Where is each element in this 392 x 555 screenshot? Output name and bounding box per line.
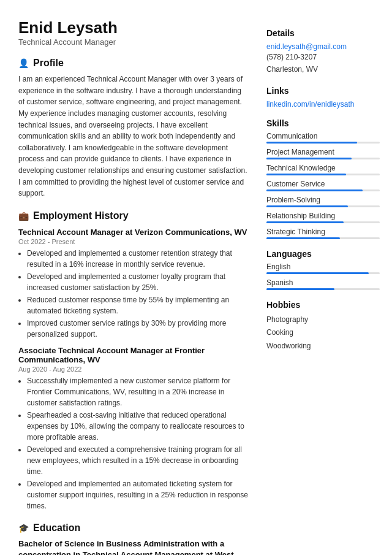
job-bullet: Successfully implemented a new customer … <box>27 375 248 408</box>
skill-bar-bg <box>266 221 380 223</box>
skill-bar-bg <box>266 237 380 239</box>
employment-icon: 💼 <box>18 211 29 221</box>
languages-section: Languages EnglishSpanish <box>266 249 380 290</box>
email-link[interactable]: enid.leysath@gmail.com <box>266 42 347 51</box>
skill-label: Relationship Building <box>266 212 380 220</box>
language-bar-bg <box>266 272 380 274</box>
hobbies-heading: Hobbies <box>266 300 380 310</box>
job-bullet: Reduced customer response time by 55% by… <box>27 294 248 316</box>
links-heading: Links <box>266 86 380 96</box>
job-bullet: Developed and executed a comprehensive t… <box>27 444 248 477</box>
language-item: Spanish <box>266 278 380 290</box>
job-bullet: Developed and implemented an automated t… <box>27 478 248 511</box>
edu-degree: Bachelor of Science in Business Administ… <box>18 538 248 555</box>
skills-heading: Skills <box>266 118 380 128</box>
job-bullet: Developed and implemented a customer loy… <box>27 271 248 293</box>
hobby-item: Woodworking <box>266 340 380 353</box>
skill-item: Strategic Thinking <box>266 228 380 239</box>
education-section: 🎓 Education Bachelor of Science in Busin… <box>18 522 248 555</box>
job-bullet: Developed and implemented a customer ret… <box>27 248 248 270</box>
language-label: English <box>266 262 380 271</box>
hobby-item: Cooking <box>266 326 380 340</box>
employment-heading: 💼 Employment History <box>18 210 248 221</box>
skill-item: Technical Knowledge <box>266 164 380 175</box>
hobbies-list: PhotographyCookingWoodworking <box>266 313 380 353</box>
skill-bar-bg <box>266 158 380 159</box>
skill-label: Problem-Solving <box>266 196 380 204</box>
skill-bar-fill <box>266 237 340 239</box>
skill-bar-bg <box>266 174 380 175</box>
language-bar-fill <box>266 288 334 290</box>
skill-item: Customer Service <box>266 180 380 191</box>
profile-text: I am an experienced Technical Account Ma… <box>18 74 248 199</box>
education-icon: 🎓 <box>18 523 29 533</box>
skill-bar-fill <box>266 205 348 207</box>
job-item: Technical Account Manager at Verizon Com… <box>18 228 248 340</box>
skill-label: Customer Service <box>266 180 380 188</box>
job-bullets: Developed and implemented a customer ret… <box>27 248 248 340</box>
candidate-name: Enid Leysath <box>18 18 248 37</box>
job-dates: Oct 2022 - Present <box>18 238 248 245</box>
job-bullets: Successfully implemented a new customer … <box>27 375 248 511</box>
languages-heading: Languages <box>266 249 380 259</box>
skill-label: Communication <box>266 132 380 140</box>
skill-item: Problem-Solving <box>266 196 380 207</box>
skills-list: CommunicationProject ManagementTechnical… <box>266 132 380 239</box>
hobbies-section: Hobbies PhotographyCookingWoodworking <box>266 300 380 353</box>
job-list: Technical Account Manager at Verizon Com… <box>18 228 248 511</box>
location-text: Charleston, WV <box>266 63 380 75</box>
profile-section: 👤 Profile I am an experienced Technical … <box>18 58 248 199</box>
skill-label: Strategic Thinking <box>266 228 380 236</box>
profile-heading: 👤 Profile <box>18 58 248 69</box>
skill-bar-bg <box>266 205 380 207</box>
language-item: English <box>266 262 380 274</box>
job-title: Associate Technical Account Manager at F… <box>18 346 248 364</box>
job-bullet: Improved customer service ratings by 30%… <box>27 318 248 340</box>
language-label: Spanish <box>266 278 380 287</box>
skill-bar-fill <box>266 142 357 144</box>
skill-item: Relationship Building <box>266 212 380 223</box>
links-section: Links linkedin.com/in/enidleysath <box>266 86 380 109</box>
linkedin-link[interactable]: linkedin.com/in/enidleysath <box>266 100 354 109</box>
languages-list: EnglishSpanish <box>266 262 380 290</box>
skills-section: Skills CommunicationProject ManagementTe… <box>266 118 380 239</box>
job-dates: Aug 2020 - Aug 2022 <box>18 366 248 373</box>
details-heading: Details <box>266 28 380 38</box>
skill-bar-bg <box>266 142 380 144</box>
phone-text: (578) 210-3207 <box>266 51 380 63</box>
skill-label: Technical Knowledge <box>266 164 380 172</box>
resume-header: Enid Leysath Technical Account Manager <box>18 18 248 47</box>
profile-icon: 👤 <box>18 58 29 68</box>
skill-item: Project Management <box>266 148 380 159</box>
skill-item: Communication <box>266 132 380 144</box>
skill-bar-fill <box>266 189 363 191</box>
skill-bar-fill <box>266 221 344 223</box>
hobby-item: Photography <box>266 313 380 327</box>
job-title: Technical Account Manager at Verizon Com… <box>18 228 248 237</box>
education-heading: 🎓 Education <box>18 522 248 534</box>
employment-section: 💼 Employment History Technical Account M… <box>18 210 248 511</box>
skill-label: Project Management <box>266 148 380 156</box>
job-bullet: Spearheaded a cost-saving initiative tha… <box>27 410 248 443</box>
language-bar-fill <box>266 272 369 274</box>
skill-bar-fill <box>266 174 346 175</box>
skill-bar-bg <box>266 189 380 191</box>
language-bar-bg <box>266 288 380 290</box>
job-item: Associate Technical Account Manager at F… <box>18 346 248 511</box>
skill-bar-fill <box>266 158 352 159</box>
details-section: Details enid.leysath@gmail.com (578) 210… <box>266 28 380 76</box>
candidate-title: Technical Account Manager <box>18 37 248 47</box>
